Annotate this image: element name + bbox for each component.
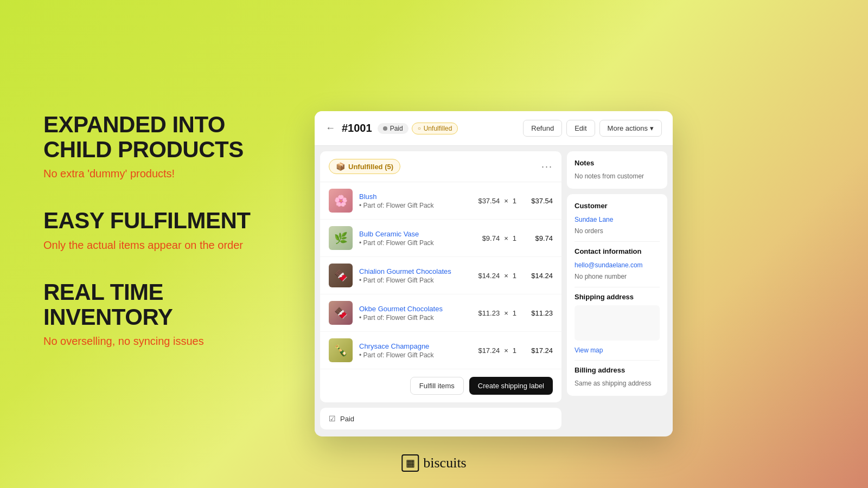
check-icon: ☑ (329, 414, 336, 423)
item-parent-vase: • Part of: Flower Gift Pack (359, 239, 476, 247)
more-actions-label: More actions (608, 124, 648, 132)
customer-email[interactable]: hello@sundaelane.com (575, 261, 643, 269)
item-image-chialion: 🍫 (329, 264, 353, 287)
more-actions-button[interactable]: More actions ▾ (599, 120, 662, 137)
feature-title-1: EXPANDED INTO CHILD PRODUCTS (43, 112, 282, 162)
feature-block-3: REAL TIME INVENTORY No overselling, no s… (43, 280, 282, 348)
notes-text: No notes from customer (575, 171, 660, 181)
order-item-blush: 🌸 Blush • Part of: Flower Gift Pack $37.… (320, 182, 561, 220)
item-details-okbe: Okbe Gourmet Chocolates • Part of: Flowe… (359, 305, 471, 322)
item-image-vase: 🌿 (329, 226, 353, 250)
item-name-champagne[interactable]: Chrysace Champagne (359, 342, 471, 350)
customer-card: Customer Sundae Lane No orders Contact i… (567, 194, 667, 396)
billing-text: Same as shipping address (575, 378, 660, 388)
item-total-chialion: $14.24 (523, 272, 553, 280)
item-price-chialion: $14.24 × 1 (478, 272, 516, 280)
item-total-champagne: $17.24 (523, 346, 553, 355)
item-total-blush: $37.54 (523, 197, 553, 205)
item-parent-chialion: • Part of: Flower Gift Pack (359, 277, 471, 284)
order-column: 📦 Unfulfilled (5) ··· 🌸 Blush • P (320, 151, 561, 429)
unfulfilled-badge-label: Unfulfilled (424, 125, 452, 132)
contact-title: Contact information (575, 247, 660, 255)
logo-text: biscuits (423, 455, 466, 471)
order-action-buttons: Fulfill items Create shipping label (320, 369, 561, 402)
header-actions: Refund Edit More actions ▾ (523, 120, 662, 137)
order-header: ← #1001 Paid Unfulfilled Refund Edit Mor… (315, 111, 673, 146)
feature-block-2: EASY FULFILMENT Only the actual items ap… (43, 208, 282, 251)
feature-title-2: EASY FULFILMENT (43, 208, 282, 233)
order-item-champagne: 🍾 Chrysace Champagne • Part of: Flower G… (320, 332, 561, 369)
unfulfilled-section-header: 📦 Unfulfilled (5) ··· (320, 151, 561, 182)
notes-title: Notes (575, 159, 660, 167)
shipping-title: Shipping address (575, 293, 660, 301)
create-shipping-label-button[interactable]: Create shipping label (469, 377, 553, 395)
divider-1 (575, 241, 660, 242)
logo-icon: ▦ (401, 454, 419, 472)
item-price-vase: $9.74 × 1 (482, 234, 516, 242)
order-panel: 📦 Unfulfilled (5) ··· 🌸 Blush • P (320, 151, 561, 402)
feature-title-3: REAL TIME INVENTORY (43, 280, 282, 330)
shipping-address-box (575, 305, 660, 341)
item-name-chialion[interactable]: Chialion Gourmet Chocolates (359, 267, 471, 275)
item-name-vase[interactable]: Bulb Ceramic Vase (359, 230, 476, 238)
paid-badge: Paid (378, 123, 409, 134)
order-item-okbe: 🍫 Okbe Gourmet Chocolates • Part of: Flo… (320, 294, 561, 332)
item-details-vase: Bulb Ceramic Vase • Part of: Flower Gift… (359, 230, 476, 247)
item-details-chialion: Chialion Gourmet Chocolates • Part of: F… (359, 267, 471, 284)
package-icon: 📦 (336, 162, 345, 171)
customer-phone: No phone number (575, 272, 660, 281)
customer-orders: No orders (575, 226, 660, 236)
order-number: #1001 (342, 122, 372, 134)
app-container: ← #1001 Paid Unfulfilled Refund Edit Mor… (315, 52, 868, 436)
paid-badge-label: Paid (390, 125, 403, 132)
chevron-down-icon: ▾ (650, 124, 654, 132)
item-name-okbe[interactable]: Okbe Gourmet Chocolates (359, 305, 471, 313)
divider-3 (575, 360, 660, 361)
item-image-okbe: 🍫 (329, 301, 353, 325)
order-item-vase: 🌿 Bulb Ceramic Vase • Part of: Flower Gi… (320, 220, 561, 257)
customer-title: Customer (575, 202, 660, 210)
item-image-blush: 🌸 (329, 189, 353, 213)
back-button[interactable]: ← (326, 123, 335, 134)
order-item-chialion: 🍫 Chialion Gourmet Chocolates • Part of:… (320, 257, 561, 294)
feature-subtitle-1: No extra 'dummy' products! (43, 168, 282, 180)
unfulfilled-badge-header: Unfulfilled (412, 123, 458, 134)
page-wrapper: EXPANDED INTO CHILD PRODUCTS No extra 'd… (0, 0, 868, 488)
item-details-champagne: Chrysace Champagne • Part of: Flower Gif… (359, 342, 471, 359)
logo-symbol: ▦ (406, 457, 415, 469)
app-body: 📦 Unfulfilled (5) ··· 🌸 Blush • P (315, 146, 673, 435)
feature-subtitle-2: Only the actual items appear on the orde… (43, 239, 282, 252)
item-name-blush[interactable]: Blush (359, 192, 471, 201)
billing-title: Billing address (575, 366, 660, 374)
item-image-champagne: 🍾 (329, 338, 353, 362)
logo-bar: ▦ biscuits (401, 454, 466, 472)
item-total-vase: $9.74 (523, 234, 553, 242)
left-content: EXPANDED INTO CHILD PRODUCTS No extra 'd… (0, 80, 315, 408)
item-parent-okbe: • Part of: Flower Gift Pack (359, 314, 471, 322)
paid-footer: ☑ Paid (320, 408, 561, 429)
item-price-champagne: $17.24 × 1 (478, 346, 516, 355)
view-map-link[interactable]: View map (575, 346, 603, 354)
feature-subtitle-3: No overselling, no syncing issues (43, 335, 282, 348)
item-price-okbe: $11.23 × 1 (478, 309, 516, 317)
divider-2 (575, 287, 660, 287)
item-details-blush: Blush • Part of: Flower Gift Pack (359, 192, 471, 209)
notes-card: Notes No notes from customer (567, 151, 667, 189)
customer-panel: Notes No notes from customer Customer Su… (567, 151, 667, 429)
item-price-blush: $37.54 × 1 (478, 197, 516, 205)
item-parent-blush: • Part of: Flower Gift Pack (359, 202, 471, 209)
edit-button[interactable]: Edit (566, 120, 595, 137)
paid-footer-label: Paid (340, 415, 354, 423)
unfulfilled-count-label: Unfulfilled (5) (348, 163, 393, 171)
unfulfilled-section-badge: 📦 Unfulfilled (5) (329, 159, 400, 174)
refund-button[interactable]: Refund (523, 120, 562, 137)
app-window: ← #1001 Paid Unfulfilled Refund Edit Mor… (315, 111, 673, 436)
fulfill-items-button[interactable]: Fulfill items (410, 377, 464, 395)
item-total-okbe: $11.23 (523, 309, 553, 317)
more-options-button[interactable]: ··· (541, 161, 553, 172)
item-parent-champagne: • Part of: Flower Gift Pack (359, 351, 471, 359)
feature-block-1: EXPANDED INTO CHILD PRODUCTS No extra 'd… (43, 112, 282, 180)
customer-name-link[interactable]: Sundae Lane (575, 216, 613, 223)
